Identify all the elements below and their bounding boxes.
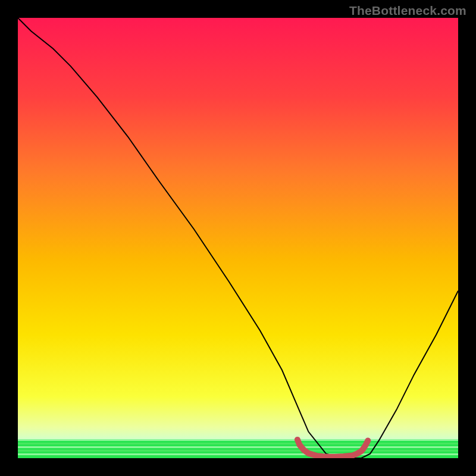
- gradient-background: [18, 18, 458, 458]
- green-band: [18, 439, 458, 458]
- svg-rect-5: [18, 453, 458, 455]
- chart-svg: [18, 18, 458, 458]
- svg-rect-2: [18, 443, 458, 444]
- chart-frame: TheBottleneck.com: [0, 0, 476, 476]
- svg-rect-1: [18, 439, 458, 441]
- svg-rect-0: [18, 439, 458, 458]
- svg-rect-3: [18, 446, 458, 448]
- svg-rect-4: [18, 450, 458, 452]
- watermark-text: TheBottleneck.com: [349, 4, 466, 18]
- plot-area: [18, 18, 458, 458]
